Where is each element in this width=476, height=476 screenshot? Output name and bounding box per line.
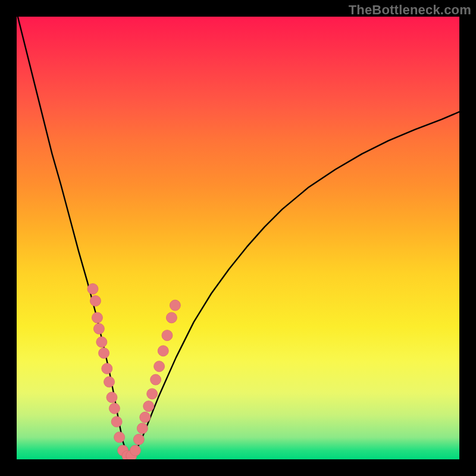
scatter-point [99, 347, 109, 358]
chart-overlay [17, 17, 459, 459]
scatter-point [151, 374, 161, 385]
scatter-point [114, 432, 125, 443]
scatter-point [147, 389, 158, 399]
bottleneck-curve [17, 17, 459, 457]
scatter-point [130, 445, 140, 456]
scatter-point [87, 284, 98, 295]
scatter-point [133, 434, 144, 445]
scatter-point [102, 363, 112, 374]
scatter-point [158, 346, 168, 356]
scatter-point [107, 392, 117, 403]
scatter-point [93, 324, 104, 334]
scatter-point [162, 330, 173, 341]
scatter-point [140, 412, 151, 422]
scatter-point [90, 296, 101, 306]
scatter-point [137, 423, 148, 434]
scatter-point [104, 377, 115, 387]
scatter-point [109, 403, 120, 414]
scatter-point [170, 300, 180, 311]
chart-frame: TheBottleneck.com [0, 0, 476, 476]
scatter-point [111, 416, 122, 427]
watermark-text: TheBottleneck.com [349, 2, 471, 18]
plot-area [17, 17, 459, 459]
scatter-point [96, 337, 107, 347]
scatter-point [143, 401, 154, 412]
scatter-point [154, 361, 165, 372]
scatter-point [166, 312, 177, 323]
scatter-point [92, 312, 102, 323]
